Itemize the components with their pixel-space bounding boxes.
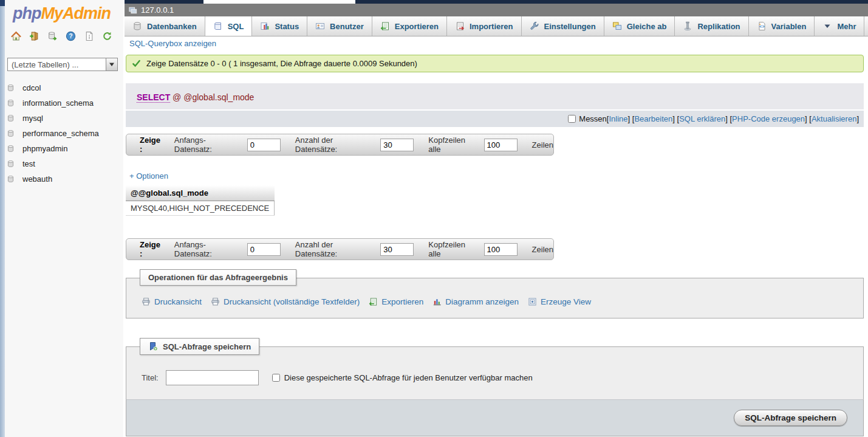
import-icon <box>455 21 465 31</box>
sidebar-item-database[interactable]: information_schema <box>7 95 123 111</box>
database-icon <box>7 114 15 122</box>
save-bookmark-button[interactable]: SQL-Abfrage speichern <box>734 410 847 426</box>
tab-label: Gleiche ab <box>627 22 667 31</box>
rows-label: Zeilen <box>532 140 553 150</box>
start-record-input[interactable] <box>247 243 281 256</box>
tab-label: Mehr <box>837 22 856 31</box>
table-row: MYSQL40,HIGH_NOT_PRECEDENCE <box>126 201 275 216</box>
headers-every-label: Kopfzeilen alle <box>428 240 478 258</box>
server-icon <box>129 6 137 15</box>
server-host-link[interactable]: 127.0.0.1 <box>141 5 174 15</box>
sidebar-item-database[interactable]: performance_schema <box>7 126 123 141</box>
logout-icon[interactable] <box>29 31 39 41</box>
top-strip <box>125 0 868 4</box>
operation-link-label: Erzeuge View <box>541 297 591 306</box>
tab-variablen[interactable]: <>Variablen <box>749 16 815 36</box>
query-action-link[interactable]: SQL erklären <box>679 114 725 123</box>
headers-every-input[interactable] <box>484 139 518 151</box>
recent-tables-selected-value: (Letzte Tabellen) ... <box>8 60 78 69</box>
database-list: cdcolinformation_schemamysqlperformance_… <box>0 80 123 187</box>
sidebar-item-database[interactable]: cdcol <box>7 80 123 95</box>
tab-mehr[interactable]: Mehr <box>815 16 864 36</box>
operation-link-label: Exportieren <box>381 297 423 306</box>
operation-link-label: Diagramm anzeigen <box>445 297 519 306</box>
sidebar-item-database[interactable]: phpmyadmin <box>7 141 123 156</box>
reload-icon[interactable] <box>102 31 112 41</box>
operation-link-druckansicht-vollst-ndige-textfelder-[interactable]: Druckansicht (vollständige Textfelder) <box>211 297 360 306</box>
printer-icon <box>211 297 220 306</box>
query-action-link[interactable]: Inline <box>609 114 627 123</box>
sidebar-item-database[interactable]: mysql <box>7 111 123 126</box>
tab-status[interactable]: Status <box>252 16 307 36</box>
database-icon <box>7 99 15 107</box>
chevron-down-icon <box>109 61 115 67</box>
start-record-label: Anfangs-Datensatz: <box>174 240 242 258</box>
success-check-icon <box>132 59 141 68</box>
phpmyadmin-window: phpMyAdmin ? (Letzte Tabellen) ... cdcol… <box>0 0 868 437</box>
help-icon[interactable]: ? <box>66 31 76 41</box>
headers-every-input[interactable] <box>484 243 518 256</box>
operation-link-exportieren[interactable]: Exportieren <box>369 297 423 306</box>
database-icon <box>7 175 15 183</box>
main-tab-bar: DatenbankenSQLStatusBenutzerExportierenI… <box>125 16 868 36</box>
recent-tables-select[interactable]: (Letzte Tabellen) ... <box>7 58 118 71</box>
tab-sql[interactable]: SQL <box>205 16 253 36</box>
documentation-icon[interactable] <box>84 31 94 41</box>
bookmark-title-input[interactable] <box>166 370 259 385</box>
tab-datenbanken[interactable]: Datenbanken <box>125 16 205 36</box>
phpmyadmin-logo[interactable]: phpMyAdmin <box>0 4 123 23</box>
sql-keyword-select[interactable]: SELECT <box>137 92 170 103</box>
tab-benutzer[interactable]: Benutzer <box>307 16 372 36</box>
sql-querybox-toggle-link[interactable]: SQL-Querybox anzeigen <box>129 39 216 48</box>
tab-importieren[interactable]: Importieren <box>447 16 522 36</box>
query-action-link[interactable]: PHP-Code erzeugen <box>732 114 805 123</box>
tab-label: Variablen <box>771 22 807 31</box>
query-action-link[interactable]: Aktualisieren <box>812 114 856 123</box>
query-window-icon[interactable] <box>47 31 58 41</box>
database-icon <box>7 145 15 153</box>
sql-statement: SELECT @ @global.sql_mode <box>126 83 864 109</box>
record-count-input[interactable] <box>380 243 414 256</box>
tab-exportieren[interactable]: Exportieren <box>372 16 447 36</box>
profiling-checkbox[interactable] <box>568 115 576 123</box>
operation-link-erzeuge-view[interactable]: Erzeuge View <box>528 297 591 306</box>
frame-resize-handle[interactable] <box>0 0 5 6</box>
result-navigation-bar-top: Zeige : Anfangs-Datensatz: Anzahl der Da… <box>126 134 554 156</box>
bookmark-share-option: Diese gespeicherte SQL-Abfrage für jeden… <box>272 373 533 382</box>
export-icon <box>380 21 390 31</box>
record-count-input[interactable] <box>380 139 414 151</box>
database-name: test <box>22 159 35 168</box>
sidebar-item-database[interactable]: test <box>7 156 123 171</box>
home-icon[interactable] <box>11 31 21 41</box>
start-record-input[interactable] <box>247 139 281 151</box>
database-name: mysql <box>22 114 43 123</box>
query-action-link[interactable]: Bearbeiten <box>634 114 672 123</box>
tab-label: Exportieren <box>395 22 439 31</box>
operations-legend-text: Operationen für das Abfrageergebnis <box>148 273 288 282</box>
bookmark-footer-bar: SQL-Abfrage speichern <box>126 399 864 436</box>
tab-replikation[interactable]: Replikation <box>675 16 748 36</box>
options-toggle-link[interactable]: + Optionen <box>129 171 168 181</box>
bookmark-query-fieldset: SQL-Abfrage speichern Titel: Diese gespe… <box>126 346 864 399</box>
main-frame: 127.0.0.1 DatenbankenSQLStatusBenutzerEx… <box>125 0 868 437</box>
tab-gleiche-ab[interactable]: Gleiche ab <box>604 16 675 36</box>
replication-icon <box>683 21 692 31</box>
result-column-header[interactable]: @@global.sql_mode <box>126 185 275 201</box>
select-dropdown-button[interactable] <box>106 58 117 71</box>
sidebar-action-icons: ? <box>0 31 123 41</box>
rows-label: Zeilen <box>532 245 553 254</box>
bookmark-add-icon <box>148 342 158 351</box>
chart-icon <box>432 297 442 306</box>
database-icon <box>7 129 15 137</box>
profiling-label: Messen <box>579 114 607 123</box>
tab-einstellungen[interactable]: Einstellungen <box>522 16 604 36</box>
operation-link-druckansicht[interactable]: Druckansicht <box>142 297 202 306</box>
share-bookmark-checkbox[interactable] <box>272 374 280 382</box>
frame-resize-bar[interactable] <box>0 0 5 437</box>
sidebar-item-database[interactable]: webauth <box>7 171 123 187</box>
operation-link-label: Druckansicht <box>154 297 202 306</box>
variables-icon: <> <box>757 21 767 31</box>
record-count-label: Anzahl der Datensätze: <box>295 240 375 258</box>
operation-link-diagramm-anzeigen[interactable]: Diagramm anzeigen <box>432 297 519 306</box>
database-icon <box>7 84 15 92</box>
